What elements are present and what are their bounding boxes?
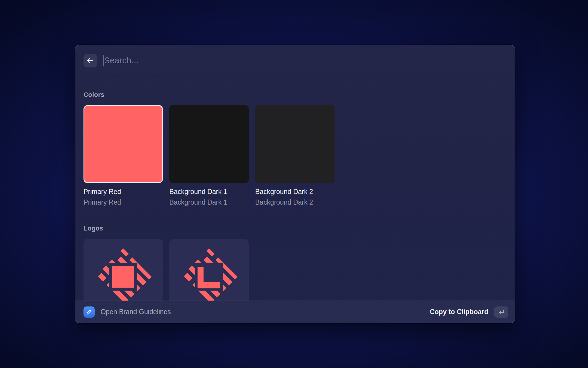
color-swatch[interactable] [255,105,335,183]
secondary-action[interactable]: Copy to Clipboard [430,306,508,318]
item-subtitle: Background Dark 2 [255,198,335,206]
list-item-logo-1[interactable] [83,239,163,301]
logo-mark-striped-solid-square-icon [93,246,153,301]
color-swatch[interactable] [83,105,163,183]
enter-key-icon [497,309,505,315]
copy-to-clipboard-label: Copy to Clipboard [430,308,488,316]
search-placeholder: Search... [104,56,139,65]
colors-grid: Primary Red Primary Red Background Dark … [83,105,507,206]
section-header-logos: Logos [83,225,507,232]
item-title: Background Dark 1 [169,188,249,196]
back-button[interactable] [83,54,97,67]
desktop-background: { "search": { "placeholder": "Search..."… [0,0,588,368]
enter-keycap[interactable] [494,306,508,318]
list-item-background-dark-2[interactable]: Background Dark 2 Background Dark 2 [255,105,335,206]
logos-grid [83,239,507,301]
command-palette-window: Search... Colors Primary Red Primary Red… [75,45,515,323]
item-title: Background Dark 2 [255,188,335,196]
logo-mark-striped-corner-bracket-icon [179,246,239,301]
search-header: Search... [75,45,515,76]
section-header-colors: Colors [83,91,507,99]
item-subtitle: Primary Red [83,198,163,206]
color-swatch[interactable] [169,105,249,183]
search-input[interactable]: Search... [103,55,507,66]
results-list: Colors Primary Red Primary Red Backgroun… [75,76,515,301]
brand-guidelines-app-icon [83,306,95,318]
paintbrush-icon [86,309,93,316]
action-bar: Open Brand Guidelines Copy to Clipboard [75,301,515,323]
list-item-primary-red[interactable]: Primary Red Primary Red [83,105,163,206]
arrow-left-icon [86,57,94,64]
list-item-logo-2[interactable] [169,239,249,301]
item-subtitle: Background Dark 1 [169,198,249,206]
item-title: Primary Red [83,188,163,196]
text-cursor [103,55,103,66]
list-item-background-dark-1[interactable]: Background Dark 1 Background Dark 1 [169,105,249,206]
open-brand-guidelines-label: Open Brand Guidelines [101,308,171,316]
primary-action[interactable]: Open Brand Guidelines [83,306,430,318]
